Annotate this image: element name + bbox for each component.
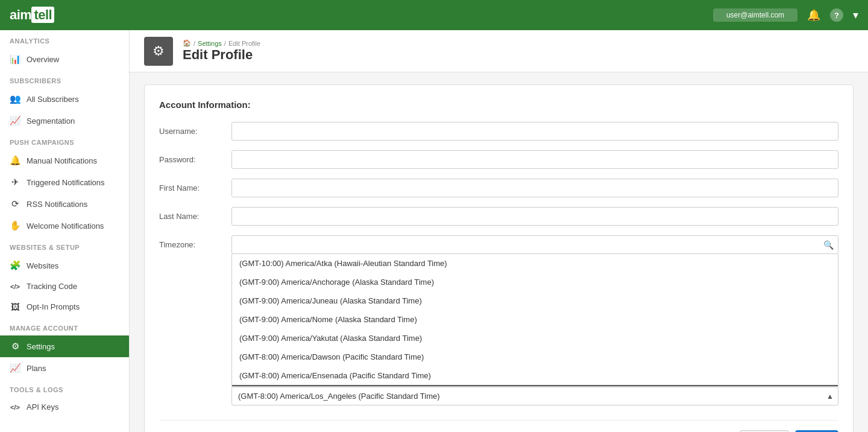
- top-navigation: aimtell user@aimtell.com 🔔 ? ▾: [0, 0, 868, 30]
- list-item[interactable]: (GMT-10:00) America/Atka (Hawaii-Aleutia…: [232, 254, 838, 273]
- list-item[interactable]: (GMT-9:00) America/Yakutat (Alaska Stand…: [232, 329, 838, 348]
- analytics-section-label: ANALYTICS: [0, 30, 129, 48]
- sidebar-item-label: Plans: [27, 364, 46, 373]
- sidebar-item-label: Manual Notifications: [27, 156, 97, 165]
- tools-logs-section-label: TOOLS & LOGS: [0, 379, 129, 397]
- last-name-row: Last Name:: [159, 207, 838, 226]
- card-section-title: Account Information:: [159, 100, 838, 110]
- main-content: ⚙ 🏠 / Settings / Edit Profile Edit Profi…: [130, 30, 868, 432]
- password-field: [231, 150, 838, 169]
- list-item[interactable]: (GMT-9:00) America/Nome (Alaska Standard…: [232, 310, 838, 329]
- edit-profile-card: Account Information: Username: Password:: [144, 84, 854, 432]
- push-campaigns-section-label: PUSH CAMPAIGNS: [0, 132, 129, 150]
- first-name-label: First Name:: [159, 179, 231, 192]
- search-icon: 🔍: [823, 240, 834, 250]
- sidebar-item-label: Opt-In Prompts: [27, 302, 80, 311]
- timezone-select-wrapper: (GMT-8:00) America/Los_Angeles (Pacific …: [231, 387, 838, 405]
- username-label: Username:: [159, 122, 231, 136]
- chart-icon: 📊: [10, 54, 20, 65]
- sidebar-item-label: Triggered Notifications: [27, 178, 105, 187]
- list-item[interactable]: (GMT-9:00) America/Anchorage (Alaska Sta…: [232, 273, 838, 291]
- timezone-field: 🔍 (GMT-10:00) America/Atka (Hawaii-Aleut…: [231, 235, 838, 405]
- list-item[interactable]: (GMT-9:00) America/Juneau (Alaska Standa…: [232, 291, 838, 310]
- first-name-input[interactable]: [231, 179, 838, 197]
- card-footer: Cancel Save: [159, 420, 838, 432]
- sidebar-item-label: Segmentation: [27, 116, 75, 125]
- first-name-row: First Name:: [159, 179, 838, 197]
- sidebar-item-label: Tracking Code: [27, 282, 77, 291]
- timezone-label: Timezone:: [159, 235, 231, 249]
- bell-icon: 🔔: [10, 155, 20, 166]
- page-title: Edit Profile: [183, 47, 260, 63]
- sidebar-item-api-keys[interactable]: </> API Keys: [0, 397, 129, 417]
- logo-text: aimtell: [10, 7, 54, 23]
- sidebar-item-label: Settings: [27, 342, 55, 351]
- page-header: ⚙ 🏠 / Settings / Edit Profile Edit Profi…: [130, 30, 868, 72]
- sidebar-item-websites[interactable]: 🧩 Websites: [0, 255, 129, 276]
- sidebar-item-settings[interactable]: ⚙ Settings: [0, 335, 129, 357]
- sidebar-item-segmentation[interactable]: 📈 Segmentation: [0, 110, 129, 132]
- sidebar-item-triggered-notifications[interactable]: ✈ Triggered Notifications: [0, 171, 129, 193]
- bell-icon[interactable]: 🔔: [807, 8, 820, 22]
- last-name-field: [231, 207, 838, 226]
- sidebar-item-opt-in-prompts[interactable]: 🖼 Opt-In Prompts: [0, 296, 129, 317]
- triggered-icon: ✈: [10, 177, 20, 188]
- sidebar-item-tracking-code[interactable]: </> Tracking Code: [0, 276, 129, 296]
- help-icon[interactable]: ?: [830, 8, 843, 22]
- list-item[interactable]: (GMT-8:00) America/Ensenada (Pacific Sta…: [232, 366, 838, 385]
- breadcrumb-settings-link[interactable]: Settings: [198, 40, 222, 47]
- breadcrumb-separator: /: [193, 40, 195, 47]
- user-email-display: user@aimtell.com: [713, 8, 797, 22]
- sidebar-item-label: Welcome Notifications: [27, 221, 104, 230]
- segmentation-icon: 📈: [10, 115, 20, 126]
- sidebar-item-label: Overview: [27, 55, 59, 64]
- last-name-label: Last Name:: [159, 207, 231, 221]
- timezone-search-input[interactable]: [231, 235, 838, 254]
- sidebar-item-label: RSS Notifications: [27, 200, 87, 209]
- sidebar-item-label: All Subscribers: [27, 95, 79, 104]
- rss-icon: ⟳: [10, 199, 20, 209]
- content-area: Account Information: Username: Password:: [130, 72, 868, 432]
- subscribers-section-label: SUBSCRIBERS: [0, 70, 129, 88]
- code-icon: </>: [10, 283, 20, 290]
- sidebar-item-all-subscribers[interactable]: 👥 All Subscribers: [0, 88, 129, 110]
- username-input[interactable]: [231, 122, 838, 141]
- websites-icon: 🧩: [10, 260, 20, 271]
- users-icon: 👥: [10, 94, 20, 104]
- timezone-selected-value[interactable]: (GMT-8:00) America/Los_Angeles (Pacific …: [231, 387, 838, 405]
- sidebar-item-label: Websites: [27, 261, 58, 270]
- sidebar-item-rss-notifications[interactable]: ⟳ RSS Notifications: [0, 193, 129, 215]
- username-row: Username:: [159, 122, 838, 141]
- first-name-field: [231, 179, 838, 197]
- plans-icon: 📈: [10, 363, 20, 373]
- logo: aimtell: [10, 7, 54, 23]
- settings-icon: ⚙: [10, 341, 20, 352]
- logo-aim: aim: [10, 7, 31, 22]
- sidebar-item-welcome-notifications[interactable]: ✋ Welcome Notifications: [0, 215, 129, 237]
- api-icon: </>: [10, 404, 20, 411]
- dropdown-icon[interactable]: ▾: [853, 8, 858, 22]
- timezone-search-container: 🔍: [231, 235, 838, 254]
- sidebar-item-overview[interactable]: 📊 Overview: [0, 48, 129, 70]
- breadcrumb-current: Edit Profile: [228, 40, 260, 47]
- last-name-input[interactable]: [231, 207, 838, 226]
- timezone-row: Timezone: 🔍 (GMT-10:00) America/Atka (Ha…: [159, 235, 838, 405]
- topnav-right: user@aimtell.com 🔔 ? ▾: [713, 8, 858, 22]
- optin-icon: 🖼: [10, 302, 20, 312]
- timezone-dropdown-list[interactable]: (GMT-10:00) America/Atka (Hawaii-Aleutia…: [231, 254, 838, 387]
- sidebar-item-plans[interactable]: 📈 Plans: [0, 357, 129, 379]
- logo-tell: tell: [31, 7, 54, 23]
- sidebar: ANALYTICS 📊 Overview SUBSCRIBERS 👥 All S…: [0, 30, 130, 432]
- breadcrumb-home-icon: 🏠: [183, 39, 191, 47]
- welcome-icon: ✋: [10, 220, 20, 231]
- password-input[interactable]: [231, 150, 838, 169]
- password-label: Password:: [159, 150, 231, 164]
- breadcrumb-separator2: /: [224, 40, 226, 47]
- username-field: [231, 122, 838, 141]
- breadcrumb: 🏠 / Settings / Edit Profile: [183, 39, 260, 47]
- password-row: Password:: [159, 150, 838, 169]
- sidebar-item-manual-notifications[interactable]: 🔔 Manual Notifications: [0, 150, 129, 171]
- page-header-title-area: 🏠 / Settings / Edit Profile Edit Profile: [183, 39, 260, 63]
- list-item[interactable]: (GMT-8:00) America/Dawson (Pacific Stand…: [232, 348, 838, 366]
- websites-section-label: WEBSITES & SETUP: [0, 237, 129, 255]
